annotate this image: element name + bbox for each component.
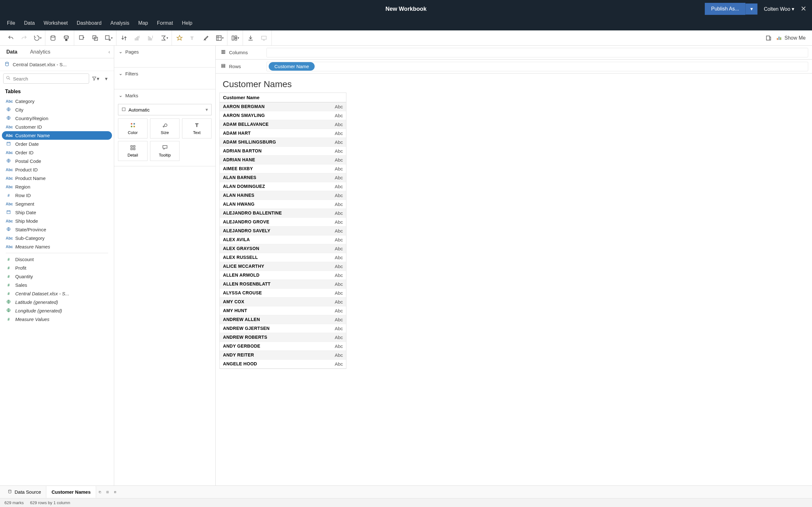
present-icon[interactable] [259, 34, 268, 43]
revert-icon[interactable]: ▾ [33, 34, 42, 43]
table-row[interactable]: ALLEN ROSENBLATTAbc [220, 280, 346, 289]
show-me-button[interactable]: Show Me [773, 35, 809, 41]
field-order-id[interactable]: AbcOrder ID [2, 148, 112, 157]
search-input[interactable] [3, 73, 89, 83]
table-row[interactable]: ALEX RUSSELLAbc [220, 253, 346, 262]
table-row[interactable]: ALEX GRAYSONAbc [220, 244, 346, 253]
rows-shelf[interactable]: Rows Customer Name [216, 60, 812, 73]
field-product-id[interactable]: AbcProduct ID [2, 165, 112, 174]
data-guide-icon[interactable] [764, 34, 773, 43]
field-discount[interactable]: #Discount [2, 255, 112, 264]
table-row[interactable]: ALEX AVILAAbc [220, 235, 346, 244]
menu-file[interactable]: File [3, 18, 20, 29]
field-customer-id[interactable]: AbcCustomer ID [2, 123, 112, 131]
table-row[interactable]: ANDREW ROBERTSAbc [220, 333, 346, 342]
field-sub-category[interactable]: AbcSub-Category [2, 234, 112, 242]
table-row[interactable]: ANDY GERBODEAbc [220, 342, 346, 351]
table-row[interactable]: ANDREW GJERTSENAbc [220, 324, 346, 333]
marks-tooltip[interactable]: Tooltip [150, 141, 180, 161]
table-row[interactable]: ALEJANDRO GROVEAbc [220, 218, 346, 227]
field-ship-mode[interactable]: AbcShip Mode [2, 217, 112, 225]
fields-menu-icon[interactable]: ▾ [102, 74, 111, 83]
tab-data-source[interactable]: Data Source [3, 486, 46, 498]
field-city[interactable]: City [2, 106, 112, 114]
publish-button[interactable]: Publish As... [705, 3, 745, 15]
pages-shelf[interactable]: ⌄Pages [114, 46, 215, 67]
field-order-date[interactable]: Order Date [2, 140, 112, 148]
field-measure-values[interactable]: #Measure Values [2, 315, 112, 324]
marks-text[interactable]: TText [182, 118, 212, 138]
marks-color[interactable]: Color [118, 118, 148, 138]
field-profit[interactable]: #Profit [2, 264, 112, 272]
marks-size[interactable]: Size [150, 118, 180, 138]
table-row[interactable]: AMY COXAbc [220, 297, 346, 306]
table-row[interactable]: ADAM SHILLINGSBURGAbc [220, 138, 346, 147]
field-region[interactable]: AbcRegion [2, 182, 112, 191]
field-ship-date[interactable]: Ship Date [2, 208, 112, 217]
duplicate-icon[interactable] [91, 34, 100, 43]
field-segment[interactable]: AbcSegment [2, 200, 112, 208]
table-row[interactable]: AARON BERGMANAbc [220, 102, 346, 111]
undo-icon[interactable] [6, 34, 15, 43]
table-row[interactable]: ANDREW ALLENAbc [220, 315, 346, 324]
field-postal-code[interactable]: Postal Code [2, 157, 112, 165]
marks-detail[interactable]: Detail [118, 141, 148, 161]
field-country-region[interactable]: Country/Region [2, 114, 112, 123]
totals-icon[interactable]: ▾ [159, 34, 168, 43]
table-row[interactable]: ALAN HAINESAbc [220, 191, 346, 200]
field-state-province[interactable]: State/Province [2, 225, 112, 234]
table-row[interactable]: ADAM HARTAbc [220, 129, 346, 138]
field-central-dataset-xlsx-s-[interactable]: #Central Dataset.xlsx - S... [2, 289, 112, 298]
swap-icon[interactable] [119, 34, 129, 43]
labels-icon[interactable]: T [189, 34, 197, 43]
table-row[interactable]: ALYSSA CROUSEAbc [220, 289, 346, 297]
menu-worksheet[interactable]: Worksheet [39, 18, 72, 29]
table-row[interactable]: ALAN DOMINGUEZAbc [220, 182, 346, 191]
menu-analysis[interactable]: Analysis [106, 18, 134, 29]
new-dashboard-tab-icon[interactable] [104, 488, 111, 496]
redo-icon[interactable] [20, 34, 29, 43]
filters-shelf[interactable]: ⌄Filters [114, 67, 215, 89]
new-worksheet-tab-icon[interactable] [96, 488, 104, 496]
highlight-icon[interactable] [175, 34, 184, 43]
menu-dashboard[interactable]: Dashboard [72, 18, 106, 29]
format-icon[interactable] [202, 34, 211, 43]
table-row[interactable]: ALICE MCCARTHYAbc [220, 262, 346, 271]
field-measure-names[interactable]: AbcMeasure Names [2, 242, 112, 251]
datasource-row[interactable]: Central Dataset.xlsx - S... [0, 58, 114, 71]
table-header[interactable]: Customer Name [220, 93, 346, 102]
clear-icon[interactable]: ▾ [104, 34, 113, 43]
menu-map[interactable]: Map [134, 18, 153, 29]
close-icon[interactable]: ✕ [801, 5, 806, 13]
table-row[interactable]: ANGELE HOODAbc [220, 360, 346, 369]
publish-dropdown[interactable]: ▼ [745, 3, 757, 14]
sort-desc-icon[interactable] [146, 34, 155, 43]
pause-updates-icon[interactable] [62, 34, 71, 43]
table-row[interactable]: AIMEE BIXBYAbc [220, 164, 346, 173]
menu-help[interactable]: Help [177, 18, 197, 29]
table-row[interactable]: AARON SMAYLINGAbc [220, 111, 346, 120]
table-row[interactable]: ALAN HWANGAbc [220, 200, 346, 209]
new-datasource-icon[interactable] [49, 34, 57, 43]
cards-icon[interactable]: ▾ [231, 34, 240, 43]
field-category[interactable]: AbcCategory [2, 97, 112, 106]
field-longitude-generated-[interactable]: Longitude (generated) [2, 306, 112, 315]
user-menu[interactable]: Colten Woo ▾ [764, 6, 794, 12]
field-quantity[interactable]: #Quantity [2, 272, 112, 281]
new-story-tab-icon[interactable] [111, 488, 119, 496]
field-customer-name[interactable]: AbcCustomer Name [2, 131, 112, 140]
table-row[interactable]: ADRIAN BARTONAbc [220, 147, 346, 156]
table-row[interactable]: AMY HUNTAbc [220, 306, 346, 315]
field-product-name[interactable]: AbcProduct Name [2, 174, 112, 182]
table-row[interactable]: ADAM BELLAVANCEAbc [220, 120, 346, 129]
field-latitude-generated-[interactable]: Latitude (generated) [2, 298, 112, 306]
sheet-title[interactable]: Customer Names [216, 73, 812, 93]
filter-icon[interactable]: ▾ [91, 74, 100, 83]
sort-asc-icon[interactable] [133, 34, 142, 43]
collapse-pane-icon[interactable]: ‹ [105, 47, 114, 57]
table-row[interactable]: ADRIAN HANEAbc [220, 156, 346, 164]
table-row[interactable]: ALAN BARNESAbc [220, 173, 346, 182]
download-icon[interactable] [246, 34, 255, 43]
field-row-id[interactable]: #Row ID [2, 191, 112, 200]
field-sales[interactable]: #Sales [2, 281, 112, 289]
